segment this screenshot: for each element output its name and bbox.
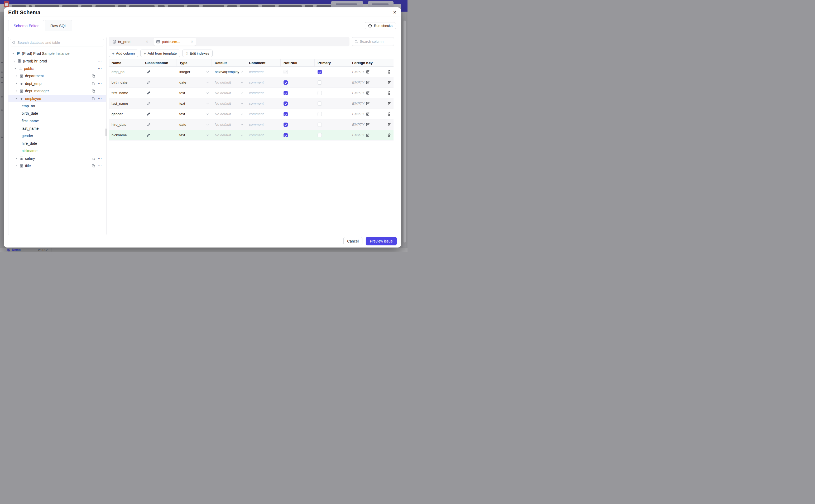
delete-column-icon[interactable] [387, 91, 391, 95]
edit-foreign-key-icon[interactable] [366, 123, 370, 127]
caret-right-icon[interactable] [15, 90, 18, 92]
tree-item-instance[interactable]: (Prod) Prod Sample Instance [8, 50, 106, 57]
comment-input[interactable]: comment [246, 119, 281, 130]
column-name[interactable]: emp_no [109, 67, 142, 77]
tree-item-column-gender[interactable]: gender [8, 132, 106, 139]
more-actions-icon[interactable]: ⋯ [98, 89, 102, 93]
comment-input[interactable]: comment [246, 88, 281, 98]
classification-pencil-icon[interactable] [147, 112, 150, 116]
edit-foreign-key-icon[interactable] [366, 112, 370, 116]
column-search-input[interactable] [360, 40, 389, 43]
foreign-key-cell[interactable]: EMPTY [349, 77, 383, 88]
classification-pencil-icon[interactable] [147, 123, 150, 127]
type-select[interactable]: text [176, 98, 212, 109]
delete-column-icon[interactable] [387, 80, 391, 84]
comment-input[interactable]: comment [246, 130, 281, 140]
default-select[interactable]: No default [212, 88, 246, 98]
add-from-template-button[interactable]: +Add from template [140, 50, 180, 57]
tree-item-table-dept-emp[interactable]: dept_emp ⋯ [8, 80, 106, 87]
tree-item-database-hr-prod[interactable]: (Prod) hr_prod ⋯ [8, 57, 106, 65]
tree-scrollbar-thumb[interactable] [105, 128, 107, 136]
caret-right-icon[interactable] [15, 164, 18, 167]
not-null-checkbox[interactable] [283, 133, 288, 137]
classification-pencil-icon[interactable] [147, 70, 150, 74]
more-actions-icon[interactable]: ⋯ [98, 74, 102, 78]
foreign-key-cell[interactable]: EMPTY [349, 109, 383, 119]
primary-checkbox[interactable] [317, 91, 322, 95]
foreign-key-cell[interactable]: EMPTY [349, 119, 383, 130]
preview-issue-button[interactable]: Preview issue [366, 237, 397, 245]
comment-input[interactable]: comment [246, 109, 281, 119]
add-column-button[interactable]: +Add column [109, 50, 138, 57]
tree-item-column-first-name[interactable]: first_name [8, 117, 106, 125]
tree-item-table-employee[interactable]: employee ⋯ [8, 95, 106, 102]
tree-item-column-birth-date[interactable]: birth_date [8, 110, 106, 117]
tree-item-table-department[interactable]: department ⋯ [8, 72, 106, 80]
column-name[interactable]: hire_date [109, 119, 142, 130]
type-select[interactable]: text [176, 130, 212, 140]
caret-right-icon[interactable] [15, 75, 18, 77]
primary-checkbox[interactable] [317, 133, 322, 137]
run-checks-button[interactable]: Run checks [365, 22, 396, 29]
more-actions-icon[interactable]: ⋯ [98, 156, 102, 161]
cancel-button[interactable]: Cancel [343, 237, 362, 245]
demo-mode-label[interactable]: Demo [12, 248, 21, 252]
copy-icon[interactable] [91, 74, 95, 78]
more-actions-icon[interactable]: ⋯ [98, 66, 102, 71]
primary-checkbox[interactable] [317, 80, 322, 85]
tree-item-schema-public[interactable]: public ⋯ [8, 65, 106, 72]
caret-down-icon[interactable] [13, 60, 16, 62]
column-name[interactable]: nickname [109, 130, 142, 140]
type-select[interactable]: integer [176, 67, 212, 77]
column-name[interactable]: last_name [109, 98, 142, 109]
foreign-key-cell[interactable]: EMPTY [349, 67, 383, 77]
primary-checkbox[interactable] [317, 101, 322, 106]
classification-pencil-icon[interactable] [147, 91, 150, 95]
caret-down-icon[interactable] [14, 67, 17, 70]
primary-checkbox[interactable] [317, 112, 322, 116]
edit-foreign-key-icon[interactable] [366, 80, 370, 84]
caret-down-icon[interactable] [12, 52, 15, 55]
tree-item-column-nickname[interactable]: nickname [8, 147, 106, 154]
copy-icon[interactable] [91, 97, 95, 100]
tree-item-table-title[interactable]: title ⋯ [8, 162, 106, 169]
comment-input[interactable]: comment [246, 67, 281, 77]
delete-column-icon[interactable] [387, 133, 391, 137]
not-null-checkbox[interactable] [283, 91, 288, 95]
caret-down-icon[interactable] [15, 97, 18, 100]
more-actions-icon[interactable]: ⋯ [98, 59, 102, 63]
edit-indexes-button[interactable]: ◇Edit indexes [182, 50, 212, 57]
tree-item-column-last-name[interactable]: last_name [8, 125, 106, 132]
tree-search-input[interactable] [17, 41, 102, 45]
primary-checkbox[interactable] [317, 70, 322, 74]
classification-pencil-icon[interactable] [147, 133, 150, 137]
foreign-key-cell[interactable]: EMPTY [349, 98, 383, 109]
default-select[interactable]: nextval('employ [212, 67, 246, 77]
default-select[interactable]: No default [212, 77, 246, 88]
column-name[interactable]: gender [109, 109, 142, 119]
edit-foreign-key-icon[interactable] [366, 70, 370, 74]
default-select[interactable]: No default [212, 119, 246, 130]
delete-column-icon[interactable] [387, 112, 391, 116]
classification-pencil-icon[interactable] [147, 81, 150, 84]
type-select[interactable]: text [176, 88, 212, 98]
copy-icon[interactable] [91, 89, 95, 93]
more-actions-icon[interactable]: ⋯ [98, 164, 102, 168]
column-name[interactable]: birth_date [109, 77, 142, 88]
classification-pencil-icon[interactable] [147, 102, 150, 105]
close-tab-icon[interactable]: ✕ [191, 40, 193, 43]
caret-right-icon[interactable] [15, 157, 18, 160]
close-tab-icon[interactable]: ✕ [146, 40, 148, 43]
not-null-checkbox[interactable] [283, 80, 288, 85]
copy-icon[interactable] [91, 82, 95, 85]
delete-column-icon[interactable] [387, 70, 391, 74]
type-select[interactable]: date [176, 77, 212, 88]
column-name[interactable]: first_name [109, 88, 142, 98]
not-null-checkbox[interactable] [283, 101, 288, 106]
not-null-checkbox[interactable] [283, 123, 288, 127]
tree-item-column-emp-no[interactable]: emp_no [8, 102, 106, 110]
default-select[interactable]: No default [212, 98, 246, 109]
tree-item-table-salary[interactable]: salary ⋯ [8, 154, 106, 162]
foreign-key-cell[interactable]: EMPTY [349, 130, 383, 140]
more-actions-icon[interactable]: ⋯ [98, 96, 102, 101]
